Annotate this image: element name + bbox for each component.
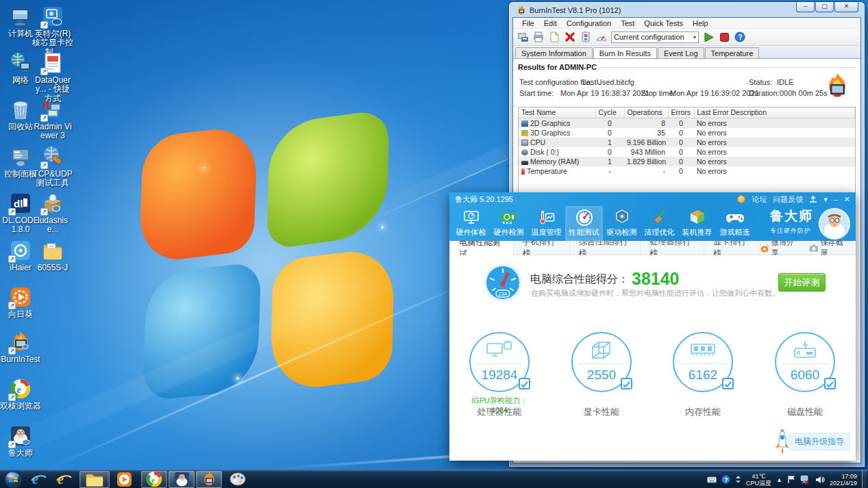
taskbar-ie-button[interactable]: e (26, 471, 51, 488)
table-row[interactable]: Temperature - - 0 No errors (519, 166, 855, 176)
desktop-icon-radmin[interactable]: R↗ Radmin Viewer 3 (32, 98, 73, 141)
tab-pc-performance-test[interactable]: 电脑性能测试 (449, 241, 514, 255)
tab-overall-ranking[interactable]: 综合性能排行榜 (570, 241, 641, 255)
desktop-icon-label: TCP&UDP测试工具 (32, 170, 73, 188)
table-row[interactable]: Disk ( 0:) 0 943 Million 0 No errors (519, 147, 855, 157)
input-device-tray-icon[interactable] (707, 476, 717, 483)
folder-icon (41, 239, 64, 262)
volume-icon[interactable] (815, 476, 825, 484)
taskbar-browser-button[interactable]: e (141, 471, 167, 488)
minimize-button[interactable]: – (796, 2, 815, 12)
desktop-icon-dataquery[interactable]: ↗ DataQuery... - 快捷方式 (32, 51, 73, 103)
table-row[interactable]: Memory (RAM) 1 1.829 Billion 0 No errors (519, 157, 855, 166)
close-button[interactable]: ✕ (844, 196, 850, 203)
start-tests-icon[interactable] (702, 31, 715, 43)
desktop-icon-ludashi-setup[interactable]: ↗ ludashise... (32, 192, 73, 235)
taskbar-ie64-button[interactable]: e (51, 471, 77, 488)
start-button[interactable] (0, 471, 26, 488)
nav-build-recommend[interactable]: 装机推荐 (678, 206, 716, 241)
menu-file[interactable]: File (517, 19, 539, 27)
disk-checkbox[interactable] (824, 378, 836, 389)
col-errors[interactable]: Errors (668, 107, 694, 118)
taskbar-paint-button[interactable] (225, 471, 251, 488)
menu-quick-tests[interactable]: Quick Tests (639, 19, 688, 27)
forum-link[interactable]: 论坛 (752, 194, 767, 205)
upgrade-guide-button[interactable]: 电脑升级指导 (773, 428, 850, 455)
delete-icon[interactable] (564, 31, 576, 43)
memory-checkbox[interactable] (722, 378, 734, 389)
desktop-icon-tcpudp-tool[interactable]: ↗ TCP&UDP测试工具 (32, 145, 73, 188)
col-test-name[interactable]: Test Name (519, 107, 595, 118)
dataquery-icon: ↗ (41, 51, 64, 75)
maximize-button[interactable]: ▢ (815, 2, 834, 12)
start-benchmark-button[interactable]: 开始评测 (778, 273, 826, 292)
tab-burn-in-results[interactable]: Burn In Results (593, 47, 657, 59)
table-row[interactable]: 2D Graphics 0 8 0 No errors (519, 118, 855, 128)
new-document-icon[interactable] (548, 31, 560, 43)
col-last-error[interactable]: Last Error Description (694, 107, 855, 118)
desktop-icon-sunlogin[interactable]: ↗ 向日葵 (0, 285, 41, 319)
help-icon[interactable]: ? (734, 31, 746, 43)
col-cycle[interactable]: Cycle (595, 107, 624, 118)
show-hidden-icons-button[interactable]: ▲ (776, 476, 782, 483)
ludashi-titlebar[interactable]: 鲁大师 5.20.1295 论坛 问题反馈 ▾ – ✕ (449, 192, 856, 206)
desktop-icon-dualcore-browser[interactable]: e↗ 双核浏览器 (0, 377, 41, 411)
gauge-icon[interactable] (595, 31, 608, 43)
desktop-icon-folder-6055s[interactable]: 6055S-J (32, 239, 73, 272)
print-icon[interactable] (532, 31, 545, 43)
score-line: 电脑综合性能得分：38140 (530, 269, 680, 289)
nav-hardware-checkup[interactable]: 硬件体检 (452, 206, 490, 241)
network-status-icon[interactable]: x (800, 475, 810, 484)
tab-event-log[interactable]: Event Log (658, 47, 704, 58)
col-operations[interactable]: Operations (624, 107, 668, 118)
memory-performance-card[interactable]: 6162 内存性能 (671, 332, 734, 418)
taskbar-mediaplayer-button[interactable] (111, 471, 137, 488)
action-center-flag-icon[interactable] (787, 475, 795, 484)
feedback-link[interactable]: 问题反馈 (773, 194, 803, 205)
nav-performance-test[interactable]: 性能测试 (565, 206, 603, 241)
show-desktop-button[interactable] (862, 470, 867, 488)
menu-configuration[interactable]: Configuration (562, 19, 616, 27)
gpu-performance-card[interactable]: 2550 显卡性能 (570, 332, 633, 418)
nav-driver-check[interactable]: 驱动检测 (603, 206, 641, 241)
close-button[interactable]: ✕ (834, 2, 858, 12)
tab-cpu-ranking[interactable]: 处理器排行榜 (641, 241, 704, 255)
gpu-checkbox[interactable] (621, 378, 632, 389)
cpu-temperature-indicator[interactable]: 41℃ CPU温度 (746, 473, 771, 487)
menu-help[interactable]: Help (688, 19, 713, 27)
taskbar-ludashi-button[interactable] (169, 471, 195, 488)
clock[interactable]: 17:09 2021/4/19 (830, 473, 857, 487)
help-tray-icon[interactable]: ? (721, 475, 730, 484)
burnintest-titlebar[interactable]: BurnInTest V8.1 Pro (1012) – ▢ ✕ (512, 2, 861, 17)
menu-caret-icon[interactable]: ▾ (823, 196, 828, 203)
desktop-icon-intel-graphics[interactable]: ↗ 英特尔(R) 核芯显卡控制... (32, 5, 73, 57)
menu-edit[interactable]: Edit (539, 19, 562, 27)
tab-system-information[interactable]: System Information (515, 47, 593, 58)
medal-icon[interactable] (737, 195, 745, 203)
ihaier-icon: ↗ (9, 239, 32, 262)
disk-performance-card[interactable]: 6060 磁盘性能 (773, 332, 836, 418)
desktop-icon-ludashi[interactable]: ↗ 鲁大师 (0, 424, 41, 458)
tab-gpu-ranking[interactable]: 显卡排行榜 (704, 241, 760, 255)
nav-games[interactable]: 游戏精选 (716, 206, 754, 241)
nav-hardware-test[interactable]: 硬件检测 (490, 206, 528, 241)
certificate-icon[interactable] (580, 31, 592, 43)
table-row[interactable]: 3D Graphics 0 35 0 No errors (519, 128, 855, 138)
save-results-icon[interactable] (517, 31, 529, 43)
taskbar-explorer-button[interactable] (79, 471, 110, 488)
updown-tray-icon[interactable] (735, 476, 741, 483)
menu-test[interactable]: Test (616, 19, 639, 27)
configuration-dropdown[interactable]: Current configuration ▾ (611, 31, 699, 43)
nav-temperature[interactable]: 温度管理 (528, 206, 565, 241)
share-icon[interactable] (809, 196, 817, 203)
desktop-icon-burnintest[interactable]: ↗ BurnInTest (0, 331, 41, 364)
cpu-performance-card[interactable]: 19284 IGPU异构能力：4084 处理器性能 (468, 332, 531, 418)
tab-temperature[interactable]: Temperature (705, 47, 760, 58)
table-row[interactable]: CPU 1 9.196 Billion 0 No errors (519, 138, 855, 147)
tab-phone-ranking[interactable]: 手机排行榜 (514, 241, 570, 255)
taskbar-burnintest-button[interactable] (196, 471, 222, 488)
nav-cleanup[interactable]: 清理优化 (641, 206, 678, 241)
minimize-button[interactable]: – (834, 196, 838, 203)
cpu-checkbox[interactable] (519, 378, 530, 389)
stop-tests-icon[interactable] (718, 31, 730, 43)
